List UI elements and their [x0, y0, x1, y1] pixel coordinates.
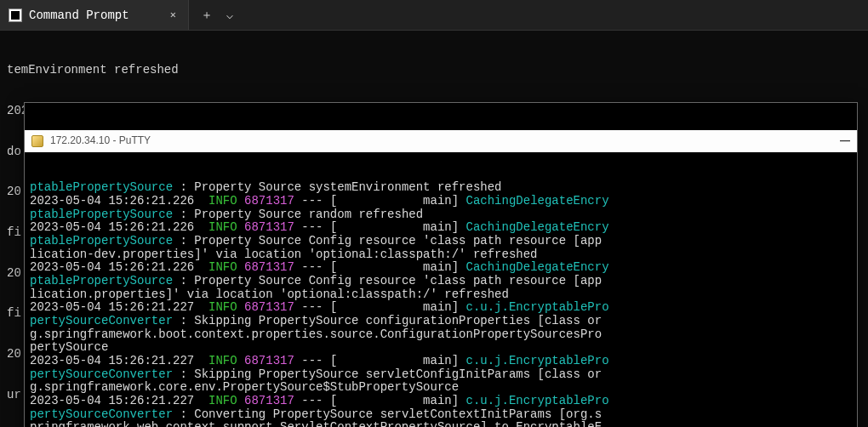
- log-line: temEnvironment refreshed: [7, 63, 179, 77]
- tab-dropdown-button[interactable]: ⌵: [226, 8, 233, 22]
- log-line: 2023-05-04 15:26:21.226 INFO 6871317 ---…: [30, 221, 852, 235]
- tab-actions: ＋ ⌵: [189, 8, 245, 23]
- tab-command-prompt[interactable]: Command Prompt ✕: [0, 0, 189, 30]
- log-line: pertySourceConverter : Skipping Property…: [30, 315, 852, 328]
- log-line: 2023-05-04 15:26:21.226 INFO 6871317 ---…: [30, 195, 852, 208]
- log-line: 2023-05-04 15:26:21.227 INFO 6871317 ---…: [30, 301, 852, 315]
- window-titlebar: Command Prompt ✕ ＋ ⌵: [0, 0, 868, 31]
- log-line: g.springframework.core.env.PropertySourc…: [30, 381, 852, 395]
- putty-window[interactable]: 172.20.34.10 - PuTTY — ptablePropertySou…: [24, 102, 858, 427]
- cmd-icon: [9, 9, 22, 22]
- log-line: ptablePropertySource : Property Source C…: [30, 275, 852, 288]
- log-line: 2023-05-04 15:26:21.226 INFO 6871317 ---…: [30, 261, 852, 275]
- log-line: lication.properties]' via location 'opti…: [30, 288, 852, 302]
- terminal-body[interactable]: temEnvironment refreshed 2023-05-04 15:2…: [0, 31, 868, 427]
- log-line: g.springframework.boot.context.propertie…: [30, 328, 852, 342]
- log-line: ptablePropertySource : Property Source C…: [30, 235, 852, 248]
- log-line: pertySourceConverter : Converting Proper…: [30, 408, 852, 422]
- log-line: 2023-05-04 15:26:21.227 INFO 6871317 ---…: [30, 395, 852, 408]
- log-line: 2023-05-04 15:26:21.227 INFO 6871317 ---…: [30, 355, 852, 368]
- log-line: ptablePropertySource : Property Source s…: [30, 181, 852, 195]
- log-line: pertySource: [30, 341, 852, 355]
- close-icon[interactable]: ✕: [170, 9, 176, 21]
- putty-body[interactable]: ptablePropertySource : Property Source s…: [25, 179, 857, 427]
- new-tab-button[interactable]: ＋: [201, 8, 213, 23]
- putty-title: 172.20.34.10 - PuTTY: [50, 135, 151, 147]
- putty-icon: [31, 135, 43, 147]
- log-line: ptablePropertySource : Property Source r…: [30, 208, 852, 222]
- tab-label: Command Prompt: [29, 9, 129, 22]
- log-line: pertySourceConverter : Skipping Property…: [30, 368, 852, 382]
- log-line: pringframework.web.context.support.Servl…: [30, 421, 852, 427]
- putty-titlebar[interactable]: 172.20.34.10 - PuTTY —: [25, 130, 857, 152]
- log-line: lication-dev.properties]' via location '…: [30, 248, 852, 262]
- minimize-icon[interactable]: —: [840, 135, 850, 147]
